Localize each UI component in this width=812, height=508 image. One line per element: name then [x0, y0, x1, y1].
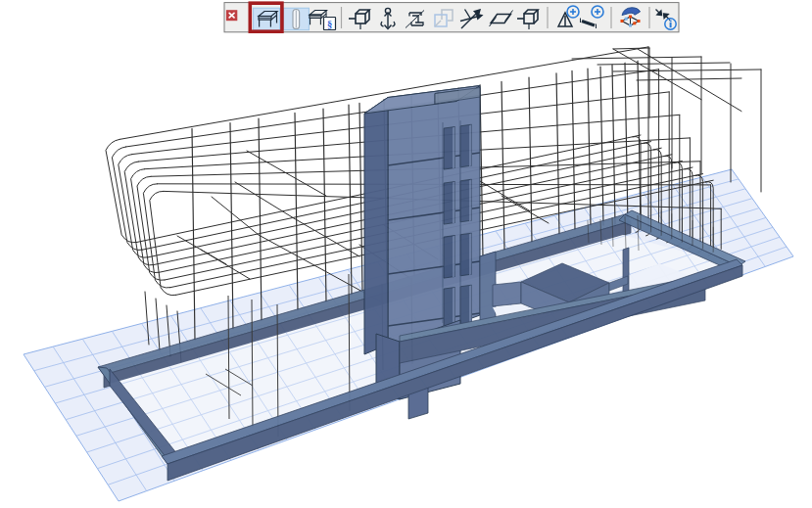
svg-text:§: § — [327, 19, 332, 29]
